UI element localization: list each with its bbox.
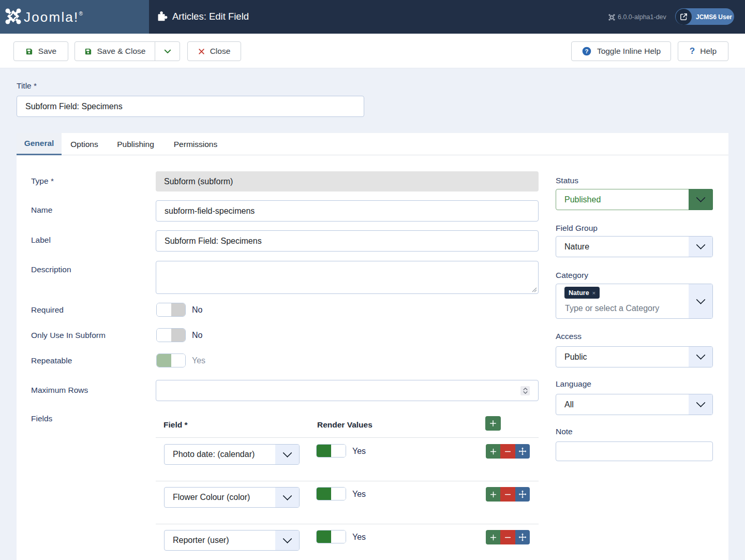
svg-text:?: ? (585, 48, 588, 54)
